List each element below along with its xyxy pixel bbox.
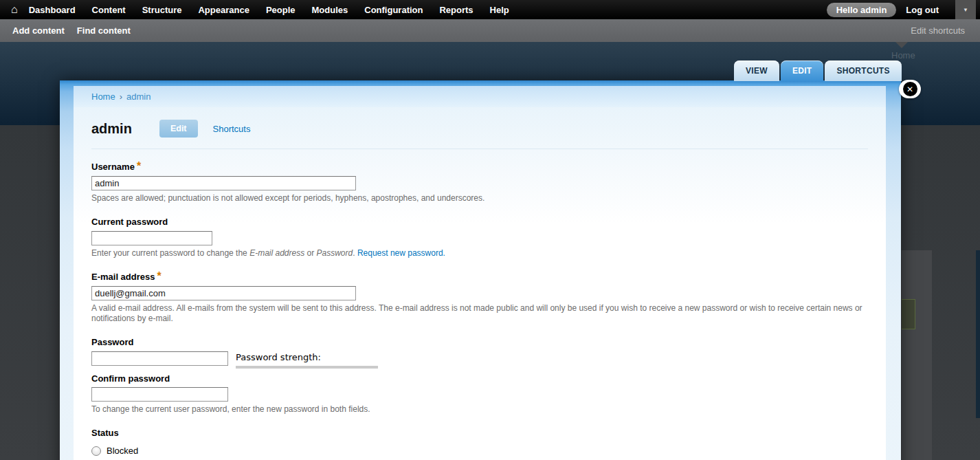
- password-input[interactable]: [91, 351, 228, 366]
- current-password-label: Current password: [91, 217, 168, 227]
- status-option-blocked[interactable]: Blocked: [91, 446, 868, 456]
- radio-blocked-icon[interactable]: [91, 446, 101, 456]
- dimmed-page-edge: [976, 250, 980, 418]
- logout-button[interactable]: Log out: [906, 5, 939, 15]
- dimmed-status-message-box: [902, 299, 915, 329]
- menu-dashboard[interactable]: Dashboard: [29, 5, 76, 15]
- shortcut-add-content[interactable]: Add content: [12, 25, 65, 36]
- overlay-breadcrumb: Home › admin: [74, 86, 886, 107]
- menu-help[interactable]: Help: [490, 5, 509, 15]
- confirm-password-input[interactable]: [91, 387, 228, 402]
- local-task-edit[interactable]: Edit: [159, 120, 198, 138]
- tab-edit[interactable]: EDIT: [781, 61, 824, 81]
- email-field-group: E-mail address* A valid e-mail address. …: [91, 270, 868, 324]
- dimmed-sidebar-region: [902, 250, 932, 460]
- page-title: admin: [91, 121, 132, 137]
- overlay-modal: Home › admin admin Edit Shortcuts Userna…: [60, 80, 901, 460]
- shortcut-find-content[interactable]: Find content: [77, 25, 131, 36]
- request-new-password-link[interactable]: Request new password.: [357, 248, 445, 258]
- email-input[interactable]: [91, 286, 356, 300]
- username-label: Username: [91, 162, 135, 172]
- hello-admin-button[interactable]: Hello admin: [827, 3, 897, 17]
- menu-modules[interactable]: Modules: [312, 5, 348, 15]
- overlay-close-button[interactable]: ✕: [899, 80, 921, 98]
- menu-reports[interactable]: Reports: [439, 5, 473, 15]
- tab-shortcuts[interactable]: SHORTCUTS: [825, 61, 901, 81]
- admin-menu: Dashboard Content Structure Appearance P…: [29, 5, 509, 15]
- password-label: Password: [91, 337, 133, 347]
- overlay-content: admin Edit Shortcuts Username* Spaces ar…: [74, 107, 886, 460]
- edit-shortcuts-link[interactable]: Edit shortcuts: [911, 25, 980, 36]
- menu-structure[interactable]: Structure: [142, 5, 182, 15]
- required-marker: *: [137, 160, 141, 172]
- shortcut-bar: Add content Find content Edit shortcuts: [0, 19, 980, 42]
- password-strength-label: Password strength:: [236, 352, 321, 362]
- menu-content[interactable]: Content: [92, 5, 126, 15]
- tab-view[interactable]: VIEW: [734, 61, 779, 81]
- current-password-input[interactable]: [91, 231, 212, 245]
- toolbar-toggle-button[interactable]: ▼: [955, 0, 976, 19]
- username-input[interactable]: [91, 176, 356, 190]
- menu-people[interactable]: People: [266, 5, 296, 15]
- current-password-description: Enter your current password to change th…: [91, 248, 868, 259]
- username-field-group: Username* Spaces are allowed; punctuatio…: [91, 160, 868, 204]
- close-icon: ✕: [903, 82, 917, 96]
- password-strength: Password strength:: [236, 351, 378, 369]
- breadcrumb-home-link[interactable]: Home: [91, 91, 115, 102]
- menu-configuration[interactable]: Configuration: [364, 5, 423, 15]
- home-icon[interactable]: ⌂: [11, 0, 18, 19]
- menu-appearance[interactable]: Appearance: [198, 5, 249, 15]
- breadcrumb-current: admin: [126, 91, 151, 102]
- email-label: E-mail address: [91, 272, 155, 282]
- email-description: A valid e-mail address. All e-mails from…: [91, 303, 868, 324]
- local-tasks: Edit Shortcuts: [159, 120, 251, 138]
- local-task-shortcuts[interactable]: Shortcuts: [213, 124, 251, 134]
- confirm-password-label: Confirm password: [91, 373, 868, 384]
- user-edit-form: Username* Spaces are allowed; punctuatio…: [91, 149, 868, 460]
- admin-toolbar: ⌂ Dashboard Content Structure Appearance…: [0, 0, 980, 19]
- status-field-group: Status Blocked Active: [91, 426, 868, 460]
- status-label: Status: [91, 428, 119, 438]
- password-strength-bar: [236, 366, 378, 369]
- chevron-down-icon: ▼: [963, 7, 968, 13]
- confirm-password-field-group: Confirm password To change the current u…: [91, 373, 868, 415]
- breadcrumb-separator: ›: [120, 91, 122, 102]
- page-tabs: VIEW EDIT SHORTCUTS: [734, 61, 902, 81]
- username-description: Spaces are allowed; punctuation is not a…: [91, 193, 868, 204]
- required-marker: *: [157, 270, 162, 282]
- ghost-breadcrumb-home: Home: [891, 50, 915, 61]
- shortcut-bar-pointer: [895, 42, 908, 48]
- confirm-password-description: To change the current user password, ent…: [91, 404, 868, 415]
- current-password-field-group: Current password Enter your current pass…: [91, 215, 868, 259]
- password-field-group: Password Password strength:: [91, 336, 868, 369]
